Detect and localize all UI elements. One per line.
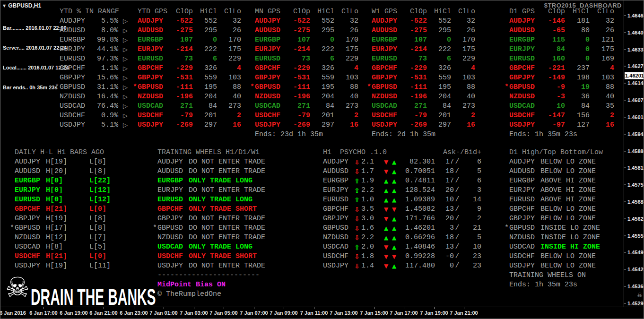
pair-price: 128.524 [398, 186, 435, 195]
star-marker [505, 157, 509, 167]
up-arrowhead-icon: ▲ [390, 186, 398, 195]
bid-value: 5 [461, 233, 481, 242]
table-row: GBPJPYBELOW LO ZONE [505, 214, 603, 224]
low-bars-ago: L[11] [89, 261, 127, 271]
table-row: AUDUSD⇩1.7▼▲0.7005118/5 [318, 167, 481, 176]
pair-label: AUDUSD [323, 167, 354, 176]
section-title: YTD % IN RANGE [60, 7, 119, 17]
zone-status: ABOVE HI ZONE [540, 195, 596, 205]
star-marker [505, 261, 509, 271]
low-bars-ago: L[8] [89, 214, 127, 224]
time-tick [164, 307, 164, 309]
clop-value: 73 [403, 54, 427, 64]
price-tick [624, 303, 626, 304]
clop-value: -522 [403, 17, 427, 26]
hicl-value: 297 [193, 121, 217, 130]
star-marker [133, 35, 138, 45]
time-tick [134, 307, 134, 309]
text [375, 242, 382, 252]
table-row: USDJPYBELOW LO ZONE [505, 261, 603, 271]
ends-countdown: Ends: 2d 1h 35m [372, 130, 435, 139]
table-row: NZDUSD-19620440 [250, 92, 358, 102]
clop-value: 73 [286, 54, 310, 64]
trade-signal: ONLY TRADE SHORT [189, 252, 257, 261]
section-header: TRAINING WHEELS H1/D1/W1 [153, 148, 265, 157]
table-row: AUDJPYBELOW LO ZONE [505, 157, 603, 167]
clop-value: -522 [169, 17, 193, 26]
hicl-value: 84 [565, 102, 590, 111]
table-row: NZDUSD-19620440 [133, 92, 241, 102]
star-marker [318, 224, 323, 233]
pair-label: USDCHF [509, 111, 540, 121]
time-label: 7 Jan 09:00 [270, 310, 297, 316]
star-marker: * [367, 83, 372, 92]
time-label: 7 Jan 03:00 [180, 310, 208, 316]
pair-label: EURGBP [157, 176, 189, 186]
table-row: EURGBP1150121 [505, 35, 614, 45]
star-marker [318, 186, 323, 195]
up-arrowhead-icon: ▲ [382, 195, 390, 205]
table-row: *GBPUSD31.1%▷ [55, 83, 132, 92]
section-d1-gps: D1 GPSClOpHiClClLoAUDJPY-14618132AUDUSD-… [505, 7, 614, 139]
star-marker [133, 121, 138, 130]
psycho-value: 1.8 [361, 252, 375, 261]
table-row: AUDUSDBELOW LO ZONE [505, 167, 603, 176]
chevron-down-icon[interactable]: ▼ [3, 4, 6, 8]
table-row: GBPJPYDO NOT ENTER TRADE [153, 214, 265, 224]
star-marker [367, 26, 372, 35]
clop-value: -146 [540, 17, 565, 26]
price-tick [624, 83, 626, 84]
text [505, 7, 509, 17]
hicl-value: 84 [193, 102, 217, 111]
text [55, 7, 60, 17]
pair-label: EURUSD [138, 54, 169, 64]
column-header: ClOp [540, 7, 565, 17]
table-row: AUDJPY-14618132 [505, 17, 614, 26]
star-marker [367, 17, 372, 26]
trade-signal: ONLY TRADE LONG [189, 242, 252, 252]
trade-signal: DO NOT ENTER TRADE [189, 157, 265, 167]
table-row: EURGBP1070170 [367, 35, 475, 45]
chart-symbol-tab[interactable]: ▼ GBPUSD,H1 [3, 2, 41, 9]
text [375, 252, 382, 261]
star-marker [133, 64, 138, 73]
table-row: GBPCHFONLY TRADE SHORT [153, 205, 265, 214]
high-bars-ago: H[8] [46, 242, 89, 252]
cllo-value: 103 [334, 73, 358, 83]
pair-label: USDCHF [255, 111, 286, 121]
pair-label: GBPUSD [372, 83, 403, 92]
star-marker [367, 64, 372, 73]
price-label: 1.45490 [627, 250, 644, 255]
cllo-value: 35 [590, 102, 614, 111]
table-row: NZDUSD-33640 [505, 92, 614, 102]
percent-in-range-value: 0.9% [91, 111, 118, 121]
clop-value: -196 [286, 92, 310, 102]
clop-value: 271 [169, 102, 193, 111]
down-arrow-icon: ⇩ [354, 157, 361, 167]
cllo-value: 88 [451, 83, 475, 92]
star-marker [55, 26, 60, 35]
pair-label: EURJPY [509, 186, 540, 195]
up-arrow-icon: ⇧ [354, 195, 361, 205]
table-row: AUDUSDDO NOT ENTER TRADE [153, 167, 265, 176]
hicl-value: 326 [193, 64, 217, 73]
table-row: GBPCHFBELOW LO ZONE [505, 205, 603, 214]
table-row: EURUSD97.3%▷ [55, 54, 132, 64]
star-marker: * [153, 224, 157, 233]
percent-in-range-value: 5.5% [91, 17, 118, 26]
table-row: EURGBPONLY TRADE LONG [153, 176, 265, 186]
star-marker [505, 92, 509, 102]
star-marker [55, 17, 60, 26]
star-marker [318, 242, 323, 252]
star-marker [10, 157, 15, 167]
clop-value: -111 [169, 83, 193, 92]
high-bars-ago: H[19] [46, 157, 89, 167]
clop-value: -531 [403, 73, 427, 83]
pair-price: 0.74811 [398, 176, 435, 186]
ends-countdown: Ends: 1h 35m 23s [509, 280, 577, 290]
table-row: GBPCHF-2293264 [367, 64, 475, 73]
clop-value: 107 [169, 35, 193, 45]
cllo-value: 16 [590, 121, 614, 130]
pair-label: AUDUSD [60, 26, 91, 35]
pair-label: USDCAD [372, 102, 403, 111]
